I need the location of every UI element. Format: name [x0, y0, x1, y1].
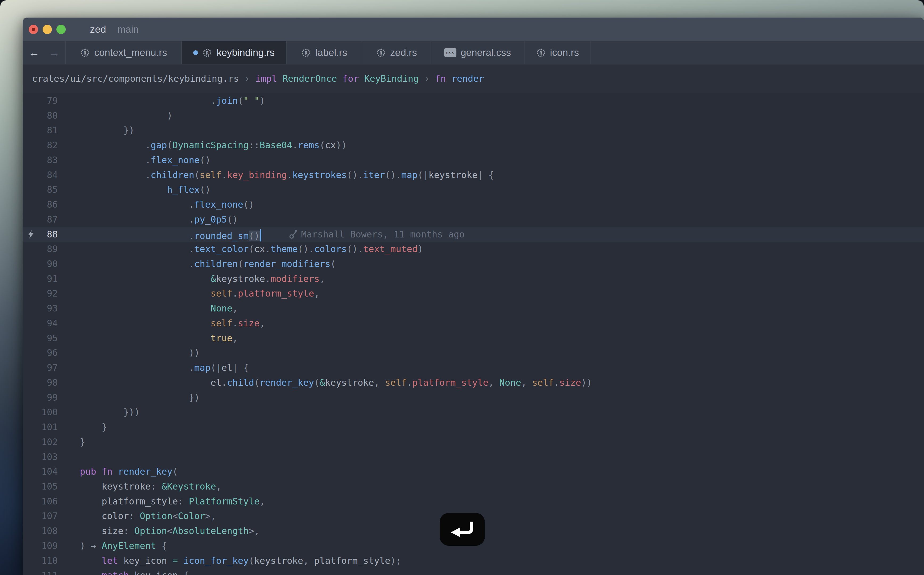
- code-line-81[interactable]: 81}): [23, 123, 924, 138]
- breadcrumb-segment[interactable]: crates/ui/src/components/keybinding.rs: [32, 73, 239, 84]
- code-text: .rounded_sm()Marshall Bowers, 11 months …: [80, 227, 465, 243]
- line-number: 96: [23, 345, 58, 360]
- code-line-97[interactable]: 97.map(|el| {: [23, 360, 924, 375]
- code-text: self.size,: [80, 316, 265, 330]
- code-line-100[interactable]: 100})): [23, 405, 924, 419]
- breadcrumb-segment[interactable]: fn: [435, 73, 451, 84]
- line-number: 98: [23, 375, 58, 390]
- code-text: color: Option<Color>,: [80, 508, 216, 523]
- svg-text:R: R: [305, 50, 307, 56]
- close-button[interactable]: [29, 25, 38, 34]
- app-title: zed: [90, 24, 106, 35]
- tab-zed-rs[interactable]: Rzed.rs: [362, 41, 431, 64]
- code-text: }): [80, 123, 135, 138]
- key-press-hud: [440, 513, 485, 546]
- line-number: 79: [23, 93, 58, 108]
- code-text: ): [80, 108, 173, 123]
- git-branch-label[interactable]: main: [117, 24, 139, 35]
- title-bar[interactable]: zed main: [23, 17, 924, 41]
- code-line-92[interactable]: 92self.platform_style,: [23, 286, 924, 301]
- zoom-button[interactable]: [56, 25, 66, 34]
- tab-label: general.css: [461, 47, 511, 58]
- line-number: 108: [23, 523, 58, 538]
- code-line-91[interactable]: 91&keystroke.modifiers,: [23, 271, 924, 286]
- breadcrumb-segment[interactable]: render: [451, 73, 484, 84]
- code-line-88[interactable]: 88.rounded_sm()Marshall Bowers, 11 month…: [23, 227, 924, 242]
- breadcrumb-segment[interactable]: RenderOnce: [283, 73, 342, 84]
- line-number: 102: [23, 434, 58, 450]
- rust-file-icon: R: [80, 48, 90, 58]
- tabs-container: Rcontext_menu.rsRkeybinding.rsRlabel.rsR…: [66, 41, 591, 64]
- code-line-86[interactable]: 86.flex_none(): [23, 197, 924, 212]
- line-number: 85: [23, 182, 58, 197]
- code-text: .text_color(cx.theme().colors().text_mut…: [80, 241, 423, 256]
- code-line-95[interactable]: 95true,: [23, 330, 924, 346]
- code-text: .join(" "): [80, 93, 265, 108]
- breadcrumb-segment[interactable]: impl: [255, 73, 282, 84]
- tab-icon-rs[interactable]: Ricon.rs: [525, 41, 591, 64]
- code-line-103[interactable]: 103: [23, 450, 924, 464]
- code-line-98[interactable]: 98el.child(render_key(&keystroke, self.p…: [23, 375, 924, 390]
- tab-keybinding-rs[interactable]: Rkeybinding.rs: [182, 41, 287, 64]
- code-line-83[interactable]: 83.flex_none(): [23, 152, 924, 167]
- code-line-105[interactable]: 105keystroke: &Keystroke,: [23, 479, 924, 494]
- code-line-89[interactable]: 89.text_color(cx.theme().colors().text_m…: [23, 241, 924, 256]
- code-line-79[interactable]: 79.join(" "): [23, 93, 924, 108]
- forward-arrow-icon[interactable]: →: [49, 47, 60, 58]
- code-line-84[interactable]: 84.children(self.key_binding.keystrokes(…: [23, 167, 924, 182]
- code-text: )): [80, 345, 200, 360]
- line-number: 103: [23, 450, 58, 464]
- code-line-82[interactable]: 82.gap(DynamicSpacing::Base04.rems(cx)): [23, 138, 924, 152]
- code-editor[interactable]: 79.join(" ")80)81})82.gap(DynamicSpacing…: [23, 93, 924, 575]
- code-line-106[interactable]: 106platform_style: PlatformStyle,: [23, 494, 924, 509]
- code-text: None,: [80, 301, 238, 316]
- code-line-94[interactable]: 94self.size,: [23, 316, 924, 330]
- tab-label: label.rs: [315, 47, 347, 58]
- breadcrumb-segment[interactable]: for: [342, 73, 365, 84]
- tab-label-rs[interactable]: Rlabel.rs: [287, 41, 362, 64]
- code-line-101[interactable]: 101}: [23, 419, 924, 434]
- line-number: 94: [23, 316, 58, 330]
- line-number: 84: [23, 167, 58, 182]
- code-text: .py_0p5(): [80, 212, 238, 227]
- code-text: }: [80, 434, 85, 450]
- line-number: 100: [23, 405, 58, 419]
- tab-label: zed.rs: [390, 47, 417, 58]
- breadcrumb[interactable]: crates/ui/src/components/keybinding.rs ›…: [23, 64, 924, 93]
- line-number: 101: [23, 419, 58, 434]
- line-number: 92: [23, 286, 58, 301]
- code-text: &keystroke.modifiers,: [80, 271, 325, 286]
- svg-text:R: R: [539, 50, 542, 56]
- code-line-87[interactable]: 87.py_0p5(): [23, 212, 924, 227]
- line-number: 95: [23, 330, 58, 346]
- code-line-96[interactable]: 96)): [23, 345, 924, 360]
- line-number: 107: [23, 508, 58, 523]
- desktop: { "window": { "titlebar": { "app_title":…: [0, 0, 924, 575]
- line-number: 105: [23, 479, 58, 494]
- code-line-90[interactable]: 90.children(render_modifiers(: [23, 256, 924, 271]
- tab-general-css[interactable]: cssgeneral.css: [431, 41, 525, 64]
- tab-label: keybinding.rs: [217, 47, 275, 58]
- code-line-80[interactable]: 80): [23, 108, 924, 123]
- code-text: let key_icon = icon_for_key(keystroke, p…: [80, 553, 401, 568]
- tab-bar: ← → Rcontext_menu.rsRkeybinding.rsRlabel…: [23, 41, 924, 64]
- code-text: keystroke: &Keystroke,: [80, 479, 222, 494]
- rust-file-icon: R: [536, 48, 546, 58]
- code-text: el.child(render_key(&keystroke, self.pla…: [80, 375, 592, 390]
- line-number: 110: [23, 553, 58, 568]
- breadcrumb-segment[interactable]: KeyBinding: [365, 73, 419, 84]
- code-line-104[interactable]: 104pub fn render_key(: [23, 464, 924, 479]
- back-arrow-icon[interactable]: ←: [29, 47, 40, 58]
- code-line-102[interactable]: 102}: [23, 434, 924, 450]
- tab-context_menu-rs[interactable]: Rcontext_menu.rs: [66, 41, 182, 64]
- code-line-93[interactable]: 93None,: [23, 301, 924, 316]
- code-line-85[interactable]: 85h_flex(): [23, 182, 924, 197]
- css-file-icon: css: [444, 48, 456, 57]
- breadcrumb-segment: ›: [418, 73, 435, 84]
- code-line-99[interactable]: 99}): [23, 390, 924, 405]
- line-number: 86: [23, 197, 58, 212]
- rust-file-icon: R: [376, 48, 386, 58]
- code-line-110[interactable]: 110let key_icon = icon_for_key(keystroke…: [23, 553, 924, 568]
- minimize-button[interactable]: [43, 25, 52, 34]
- code-line-111[interactable]: 111match key_icon {: [23, 568, 924, 575]
